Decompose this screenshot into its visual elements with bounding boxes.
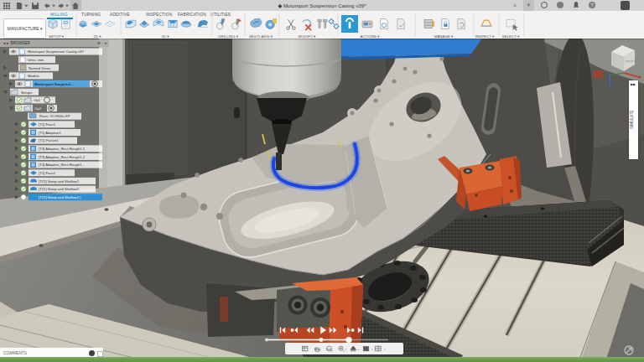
svg-text:[T1] Face2: [T1] Face2 bbox=[39, 171, 56, 175]
svg-text:Runs: VCX600i-XP: Runs: VCX600i-XP bbox=[39, 115, 70, 119]
svg-text:Models: Models bbox=[28, 74, 39, 78]
svg-text:FRONT: FRONT bbox=[625, 59, 637, 64]
svg-text:[T3] Adaptive_Rest-Rough1...: [T3] Adaptive_Rest-Rough1... bbox=[39, 163, 85, 167]
svg-text:[T3] Adaptive_Rest-Rough1-2: [T3] Adaptive_Rest-Rough1-2 bbox=[39, 155, 86, 159]
svg-text:[T1] Adaptive1: [T1] Adaptive1 bbox=[39, 131, 61, 135]
svg-text:Motorsport Suspensi...: Motorsport Suspensi... bbox=[34, 82, 74, 86]
svg-text:[T1] Face1: [T1] Face1 bbox=[39, 122, 56, 127]
svg-text:[T21] Steep and Shallow2 (: [T21] Steep and Shallow2 ( bbox=[39, 195, 81, 199]
svg-text:Named Views: Named Views bbox=[29, 66, 50, 70]
svg-text:[T21] Steep and Shallow2: [T21] Steep and Shallow2 bbox=[39, 187, 80, 191]
svg-text:Setups: Setups bbox=[21, 90, 32, 95]
svg-text:[T1] Pocket1: [T1] Pocket1 bbox=[39, 138, 59, 142]
svg-text:Op1: Op1 bbox=[34, 98, 41, 102]
svg-text:Units: mm: Units: mm bbox=[28, 58, 44, 62]
svg-text:Motorsport Suspension Casing v: Motorsport Suspension Casing v37 bbox=[28, 49, 84, 54]
svg-text:[T3] Adaptive_Rest-Rough1-1: [T3] Adaptive_Rest-Rough1-1 bbox=[39, 147, 86, 151]
svg-text:Op2: Op2 bbox=[34, 106, 42, 111]
svg-text:[T21] Steep and Shallow1: [T21] Steep and Shallow1 bbox=[39, 179, 80, 184]
